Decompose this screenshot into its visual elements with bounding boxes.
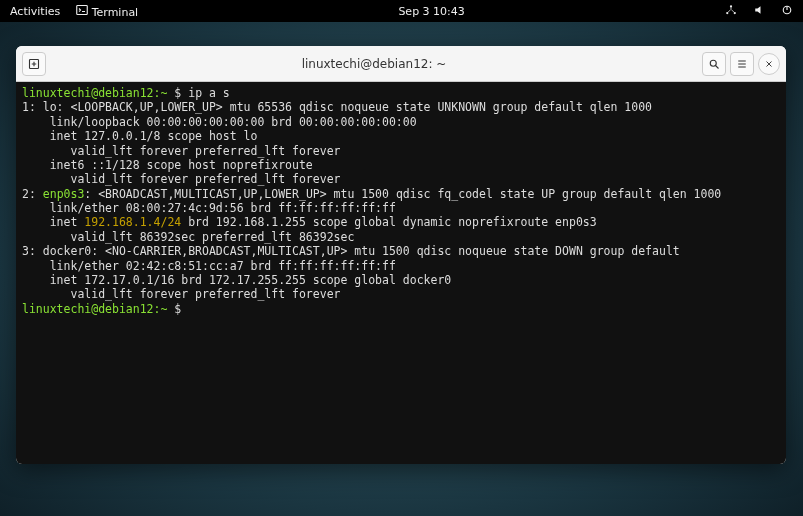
terminal-content[interactable]: linuxtechi@debian12:~ $ ip a s 1: lo: <L… bbox=[16, 82, 786, 464]
output-line: valid_lft forever preferred_lft forever bbox=[22, 287, 341, 301]
prompt-user: linuxtechi@debian12 bbox=[22, 86, 154, 100]
output-line: inet bbox=[22, 215, 84, 229]
prompt-symbol: $ bbox=[167, 302, 188, 316]
window-title: linuxtechi@debian12: ~ bbox=[46, 57, 702, 71]
output-line: link/ether 02:42:c8:51:cc:a7 brd ff:ff:f… bbox=[22, 259, 396, 273]
terminal-window: linuxtechi@debian12: ~ linuxtechi@debian… bbox=[16, 46, 786, 464]
output-line: inet 127.0.0.1/8 scope host lo bbox=[22, 129, 257, 143]
network-icon[interactable] bbox=[721, 2, 741, 21]
prompt-symbol: $ bbox=[167, 86, 188, 100]
svg-rect-0 bbox=[77, 5, 88, 14]
output-line: link/ether 08:00:27:4c:9d:56 brd ff:ff:f… bbox=[22, 201, 396, 215]
gnome-topbar: Activities Terminal Sep 3 10:43 bbox=[0, 0, 803, 22]
new-tab-button[interactable] bbox=[22, 52, 46, 76]
output-line: 1: lo: <LOOPBACK,UP,LOWER_UP> mtu 65536 … bbox=[22, 100, 652, 114]
volume-icon[interactable] bbox=[749, 2, 769, 21]
output-line: inet 172.17.0.1/16 brd 172.17.255.255 sc… bbox=[22, 273, 451, 287]
menu-button[interactable] bbox=[730, 52, 754, 76]
window-titlebar[interactable]: linuxtechi@debian12: ~ bbox=[16, 46, 786, 82]
prompt-path: :~ bbox=[154, 302, 168, 316]
activities-button[interactable]: Activities bbox=[6, 3, 64, 20]
current-app-label: Terminal bbox=[92, 6, 139, 19]
prompt-user: linuxtechi@debian12 bbox=[22, 302, 154, 316]
svg-point-6 bbox=[710, 60, 716, 66]
output-line: brd 192.168.1.255 scope global dynamic n… bbox=[181, 215, 596, 229]
output-line: inet6 ::1/128 scope host noprefixroute bbox=[22, 158, 313, 172]
interface-name-highlight: enp0s3 bbox=[43, 187, 85, 201]
output-line: valid_lft forever preferred_lft forever bbox=[22, 172, 341, 186]
output-line: link/loopback 00:00:00:00:00:00 brd 00:0… bbox=[22, 115, 417, 129]
output-line: 2: bbox=[22, 187, 43, 201]
terminal-icon bbox=[76, 4, 88, 16]
output-line: valid_lft 86392sec preferred_lft 86392se… bbox=[22, 230, 354, 244]
new-tab-icon bbox=[28, 58, 40, 70]
power-icon[interactable] bbox=[777, 2, 797, 21]
close-icon bbox=[764, 59, 774, 69]
hamburger-icon bbox=[736, 58, 748, 70]
current-app-indicator[interactable]: Terminal bbox=[72, 2, 142, 21]
prompt-path: :~ bbox=[154, 86, 168, 100]
ip-address-highlight: 192.168.1.4/24 bbox=[84, 215, 181, 229]
output-line: : <BROADCAST,MULTICAST,UP,LOWER_UP> mtu … bbox=[84, 187, 721, 201]
search-button[interactable] bbox=[702, 52, 726, 76]
output-line: valid_lft forever preferred_lft forever bbox=[22, 144, 341, 158]
search-icon bbox=[708, 58, 720, 70]
command-text: ip a s bbox=[188, 86, 230, 100]
output-line: 3: docker0: <NO-CARRIER,BROADCAST,MULTIC… bbox=[22, 244, 680, 258]
clock[interactable]: Sep 3 10:43 bbox=[394, 3, 468, 20]
close-button[interactable] bbox=[758, 53, 780, 75]
